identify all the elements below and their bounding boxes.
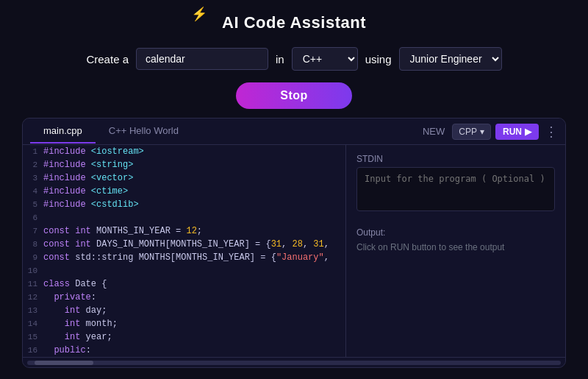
stdin-label: STDIN xyxy=(356,154,555,164)
code-line-6: 6 xyxy=(23,211,346,224)
code-line-8: 8 const int DAYS_IN_MONTH[MONTHS_IN_YEAR… xyxy=(23,238,346,251)
editor-container: main.cpp C++ Hello World NEW CPP ▾ RUN ▶… xyxy=(22,118,566,368)
code-line-12: 12 private: xyxy=(23,291,346,304)
new-tab-label[interactable]: NEW xyxy=(415,126,452,137)
output-label: Output: xyxy=(356,227,555,238)
header: ⚡ AI Code Assistant xyxy=(0,0,588,40)
code-line-14: 14 int month; xyxy=(23,317,346,330)
code-scroll-inner: 1 #include <iostream> 2 #include <string… xyxy=(23,145,346,357)
code-line-15: 15 int year; xyxy=(23,330,346,344)
lightning-icon: ⚡ xyxy=(191,6,207,22)
code-line-7: 7 const int MONTHS_IN_YEAR = 12; xyxy=(23,224,346,238)
topic-input[interactable] xyxy=(136,48,268,70)
code-line-10: 10 xyxy=(23,264,346,277)
stdin-textarea[interactable] xyxy=(356,167,555,211)
cpp-dropdown-button[interactable]: CPP ▾ xyxy=(452,124,491,140)
tab-bar: main.cpp C++ Hello World NEW CPP ▾ RUN ▶… xyxy=(23,118,565,145)
code-line-1: 1 #include <iostream> xyxy=(23,145,346,158)
output-text: Click on RUN button to see the output xyxy=(356,241,555,254)
run-button[interactable]: RUN ▶ xyxy=(495,124,539,140)
language-select[interactable]: C++ Python JavaScript Java xyxy=(292,47,358,71)
chevron-down-icon: ▾ xyxy=(480,127,484,137)
stdin-section: STDIN xyxy=(356,154,555,214)
code-line-16: 16 public: xyxy=(23,344,346,357)
horizontal-scrollbar-track[interactable] xyxy=(27,361,561,365)
code-line-11: 11 class Date { xyxy=(23,277,346,291)
more-options-icon[interactable]: ⋮ xyxy=(545,124,558,140)
output-section: Output: Click on RUN button to see the o… xyxy=(356,222,555,254)
page-title: AI Code Assistant xyxy=(222,13,366,32)
play-icon: ▶ xyxy=(525,127,531,137)
create-label: Create a xyxy=(86,53,129,65)
stop-button[interactable]: Stop xyxy=(236,82,352,109)
code-panel[interactable]: 1 #include <iostream> 2 #include <string… xyxy=(23,145,346,357)
code-line-3: 3 #include <vector> xyxy=(23,171,346,185)
stop-btn-row: Stop xyxy=(0,77,588,118)
tab-main-cpp[interactable]: main.cpp xyxy=(30,119,96,144)
level-select[interactable]: Junior Engineer Senior Engineer Expert xyxy=(399,47,502,71)
code-line-5: 5 #include <cstdlib> xyxy=(23,198,346,211)
horizontal-scrollbar-thumb[interactable] xyxy=(35,361,93,365)
code-line-2: 2 #include <string> xyxy=(23,158,346,171)
editor-footer xyxy=(23,357,565,367)
using-label: using xyxy=(365,53,392,65)
tab-hello-world[interactable]: C++ Hello World xyxy=(96,119,192,144)
code-line-13: 13 int day; xyxy=(23,304,346,317)
editor-body: 1 #include <iostream> 2 #include <string… xyxy=(23,145,565,357)
controls-row: Create a in C++ Python JavaScript Java u… xyxy=(0,40,588,77)
code-line-9: 9 const std::string MONTHS[MONTHS_IN_YEA… xyxy=(23,251,346,264)
right-panel: STDIN Output: Click on RUN button to see… xyxy=(346,145,565,357)
code-line-4: 4 #include <ctime> xyxy=(23,185,346,198)
in-label: in xyxy=(276,53,284,65)
